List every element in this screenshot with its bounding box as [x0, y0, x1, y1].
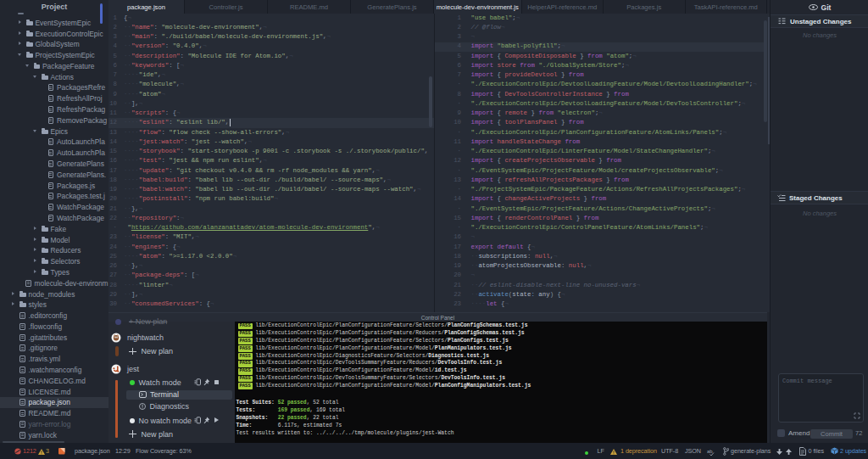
svg-text:ab: ab — [707, 449, 713, 454]
